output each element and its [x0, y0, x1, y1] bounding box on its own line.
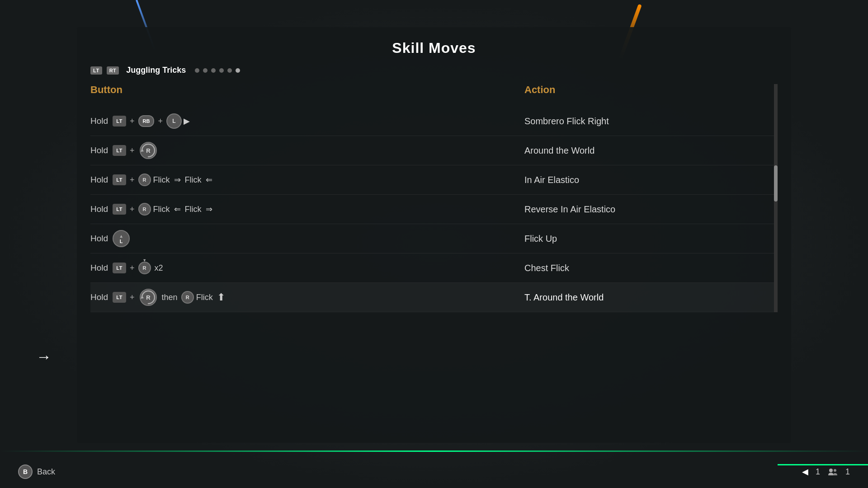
move-row-6-selected[interactable]: Hold LT + R then R Flick ⬆ [90, 283, 524, 312]
action-row-1: Around the World [524, 136, 778, 165]
arrow-right-3: ⇒ [206, 204, 212, 214]
dot-3 [219, 68, 224, 73]
arrow-right-2: ⇒ [174, 175, 181, 185]
dot-0 [195, 68, 199, 73]
bg-decoration-green [0, 450, 868, 452]
svg-point-6 [829, 469, 833, 472]
hold-text-2: Hold [90, 175, 108, 185]
move-row-4[interactable]: Hold ▲ L [90, 224, 524, 253]
rotate-r-button-6: R [138, 287, 158, 307]
rotate-r-button-1: R [138, 141, 158, 160]
action-row-3: Reverse In Air Elastico [524, 195, 778, 224]
flick-text-2a: Flick [153, 175, 170, 185]
hold-text-5: Hold [90, 263, 108, 273]
svg-text:R: R [146, 147, 151, 154]
button-column: Button Hold LT + RB + L ▶ Hold LT + R [90, 84, 524, 312]
lt-button-2: LT [113, 174, 126, 185]
move-row-5[interactable]: Hold LT + R ▼ x2 [90, 253, 524, 282]
player-count: 1 [845, 467, 850, 477]
players-icon [827, 467, 838, 476]
page-title: Skill Moves [77, 27, 791, 66]
dot-4 [227, 68, 232, 73]
lt-button-3: LT [113, 204, 126, 215]
back-label: Back [37, 467, 55, 477]
main-panel: Skill Moves LT RT Juggling Tricks Button… [77, 27, 791, 443]
lt-badge: LT [90, 66, 102, 75]
divider-6 [90, 312, 524, 312]
dots-navigation [195, 68, 240, 73]
action-divider-6 [524, 312, 778, 312]
move-row-0[interactable]: Hold LT + RB + L ▶ [90, 107, 524, 136]
action-row-4: Flick Up [524, 224, 778, 253]
plus-3: + [130, 205, 135, 214]
arrow-left-3: ⇐ [174, 204, 181, 214]
hold-text-0: Hold [90, 116, 108, 126]
plus-0a: + [130, 117, 135, 126]
button-column-header: Button [90, 84, 524, 96]
right-arrow-0: ▶ [184, 116, 190, 126]
lt-button-6: LT [113, 292, 126, 303]
action-row-0: Sombrero Flick Right [524, 107, 778, 136]
back-button[interactable]: B Back [18, 465, 55, 479]
arrow-left-2: ⇐ [206, 175, 212, 185]
lt-button-1: LT [113, 145, 126, 156]
action-row-6-selected: T. Around the World [524, 283, 778, 312]
svg-point-7 [834, 469, 836, 472]
r-button-6: R [181, 291, 194, 304]
scrollbar[interactable] [774, 84, 778, 312]
rt-badge: RT [107, 66, 119, 75]
lt-button-5: LT [113, 263, 126, 273]
l-up-button-4: ▲ L [113, 230, 130, 247]
hold-text-1: Hold [90, 145, 108, 155]
x2-label-5: x2 [155, 263, 163, 273]
hold-text-4: Hold [90, 234, 108, 244]
move-row-3[interactable]: Hold LT + R Flick ⇐ Flick ⇒ [90, 195, 524, 224]
plus-5: + [130, 263, 135, 273]
r-down-button-5: R ▼ [138, 262, 151, 274]
page-prev-icon: ◀ [802, 467, 808, 477]
r-button-3: R [138, 203, 151, 216]
flick-text-2b: Flick [185, 175, 202, 185]
lt-button-0: LT [113, 116, 126, 127]
action-column-header: Action [524, 84, 778, 96]
r-button-2: R [138, 174, 151, 186]
flick-text-3a: Flick [153, 205, 170, 214]
then-label-6: then [162, 293, 178, 302]
page-info: ◀ 1 1 [802, 467, 850, 477]
rb-button-0: RB [138, 115, 155, 127]
plus-0b: + [158, 117, 163, 126]
dot-2 [211, 68, 216, 73]
content-area: Button Hold LT + RB + L ▶ Hold LT + R [77, 84, 791, 312]
action-row-5: Chest Flick [524, 253, 778, 282]
dot-1 [203, 68, 208, 73]
move-row-1[interactable]: Hold LT + R [90, 136, 524, 165]
plus-6: + [130, 293, 135, 302]
action-column: Action Sombrero Flick Right Around the W… [524, 84, 778, 312]
page-number: 1 [816, 467, 820, 477]
tab-current-label: Juggling Tricks [126, 66, 186, 75]
plus-1: + [130, 146, 135, 155]
move-row-2[interactable]: Hold LT + R Flick ⇒ Flick ⇐ [90, 165, 524, 194]
svg-text:R: R [146, 294, 151, 301]
scrollbar-thumb[interactable] [774, 165, 778, 202]
flick-text-3b: Flick [185, 205, 202, 214]
action-row-2: In Air Elastico [524, 165, 778, 194]
plus-2: + [130, 175, 135, 185]
l-button-0: L [166, 113, 182, 129]
up-arrow-6: ⬆ [217, 291, 225, 303]
hold-text-3: Hold [90, 204, 108, 214]
hold-text-6: Hold [90, 292, 108, 302]
bottom-bar: B Back ◀ 1 1 [0, 465, 868, 479]
selection-arrow: → [36, 348, 52, 366]
tab-navigation: LT RT Juggling Tricks [77, 66, 791, 84]
b-badge: B [18, 465, 33, 479]
dot-5-active [236, 68, 240, 73]
flick-text-6: Flick [196, 293, 213, 302]
